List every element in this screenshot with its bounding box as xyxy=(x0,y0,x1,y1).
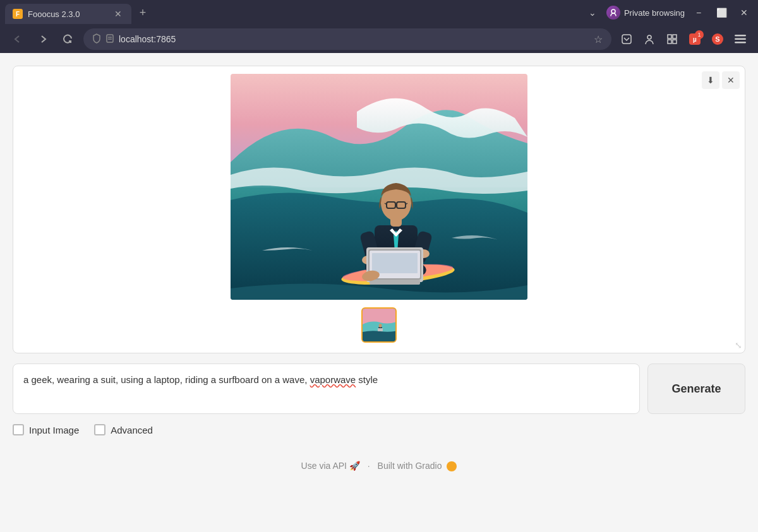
input-image-text: Input Image xyxy=(29,425,79,435)
prompt-text-after: style xyxy=(356,374,378,385)
api-link[interactable]: Use via API 🚀 xyxy=(301,461,363,471)
built-text: Built with Gradio xyxy=(378,461,442,471)
main-image-container xyxy=(21,74,737,300)
nav-right-icons: µ 1 S xyxy=(617,29,750,49)
prompt-text: a geek, wearing a suit, using a laptop, … xyxy=(23,374,378,385)
private-browsing-label: Private browsing xyxy=(624,8,685,18)
pocket-button[interactable] xyxy=(617,29,637,49)
svg-point-5 xyxy=(647,35,651,39)
prompt-row: a geek, wearing a suit, using a laptop, … xyxy=(13,364,745,414)
footer-separator: · xyxy=(368,461,370,471)
input-image-label[interactable]: Input Image xyxy=(13,424,79,435)
window-close-button[interactable]: ✕ xyxy=(735,4,753,21)
svg-rect-7 xyxy=(673,35,677,38)
shield-icon xyxy=(92,33,101,45)
advanced-text: Advanced xyxy=(111,425,153,435)
svg-rect-8 xyxy=(668,40,671,44)
svg-text:S: S xyxy=(715,35,719,43)
ublock-button[interactable]: µ 1 xyxy=(685,29,705,49)
address-text: localhost:7865 xyxy=(119,34,589,44)
browser-chrome: F Fooocus 2.3.0 ✕ + ⌄ Private browsing −… xyxy=(0,0,758,53)
prompt-underlined-word: vaporwave xyxy=(310,374,356,385)
svg-point-0 xyxy=(611,9,615,13)
maximize-button[interactable]: ⬜ xyxy=(713,4,730,21)
svg-rect-4 xyxy=(622,35,631,44)
reload-button[interactable] xyxy=(58,29,78,49)
minimize-button[interactable]: − xyxy=(690,4,707,21)
forward-button[interactable] xyxy=(33,29,53,49)
tab-bar: F Fooocus 2.3.0 ✕ + ⌄ Private browsing −… xyxy=(0,0,758,25)
thumbnail-item[interactable] xyxy=(361,307,397,343)
menu-button[interactable] xyxy=(730,29,750,49)
new-tab-button[interactable]: + xyxy=(134,4,152,21)
image-panel: ⬇ ✕ xyxy=(13,66,745,353)
gradio-link[interactable]: Built with Gradio xyxy=(378,461,457,471)
svg-rect-32 xyxy=(370,280,420,285)
download-button[interactable]: ⬇ xyxy=(702,71,719,89)
api-text: Use via API xyxy=(301,461,347,471)
ublock-badge: 1 xyxy=(695,30,704,39)
panel-actions: ⬇ ✕ xyxy=(702,71,740,89)
prompt-input[interactable]: a geek, wearing a suit, using a laptop, … xyxy=(13,364,640,414)
private-browsing-icon xyxy=(606,6,620,20)
thumbnail-row xyxy=(21,307,737,343)
extensions-button[interactable] xyxy=(662,29,682,49)
nav-bar: localhost:7865 ☆ µ 1 xyxy=(0,25,758,53)
options-row: Input Image Advanced xyxy=(13,424,745,435)
svg-rect-31 xyxy=(372,253,418,273)
s-extension-button[interactable]: S xyxy=(707,29,728,49)
resize-handle[interactable]: ⤡ xyxy=(735,340,742,350)
advanced-checkbox[interactable] xyxy=(94,424,105,435)
dropdown-button[interactable]: ⌄ xyxy=(584,4,601,21)
account-button[interactable] xyxy=(639,29,659,49)
svg-rect-15 xyxy=(735,38,746,40)
svg-rect-16 xyxy=(735,42,746,44)
tab-favicon: F xyxy=(13,9,23,19)
api-icon: 🚀 xyxy=(349,461,360,471)
input-image-checkbox[interactable] xyxy=(13,424,24,435)
address-bar[interactable]: localhost:7865 ☆ xyxy=(83,28,611,50)
generated-image xyxy=(231,74,527,300)
back-button[interactable] xyxy=(8,29,28,49)
advanced-label[interactable]: Advanced xyxy=(94,424,153,435)
generate-button[interactable]: Generate xyxy=(647,364,745,414)
private-browsing-badge: Private browsing xyxy=(606,6,685,20)
svg-rect-1 xyxy=(107,35,113,42)
page-footer: Use via API 🚀 · Built with Gradio xyxy=(13,448,745,478)
svg-point-44 xyxy=(379,324,382,328)
svg-rect-6 xyxy=(668,35,671,38)
active-tab[interactable]: F Fooocus 2.3.0 ✕ xyxy=(5,4,131,24)
svg-rect-14 xyxy=(735,35,746,37)
tab-bar-right: ⌄ Private browsing − ⬜ ✕ xyxy=(584,4,753,21)
bookmark-icon[interactable]: ☆ xyxy=(594,33,603,45)
svg-rect-9 xyxy=(673,40,677,44)
panel-close-button[interactable]: ✕ xyxy=(722,71,740,89)
svg-rect-45 xyxy=(378,328,383,331)
tab-close-button[interactable]: ✕ xyxy=(112,8,124,20)
gradio-icon xyxy=(447,461,457,471)
page-content: ⬇ ✕ xyxy=(0,53,758,532)
tab-title: Fooocus 2.3.0 xyxy=(28,9,107,19)
document-icon xyxy=(106,34,114,45)
prompt-text-before: a geek, wearing a suit, using a laptop, … xyxy=(23,374,310,385)
